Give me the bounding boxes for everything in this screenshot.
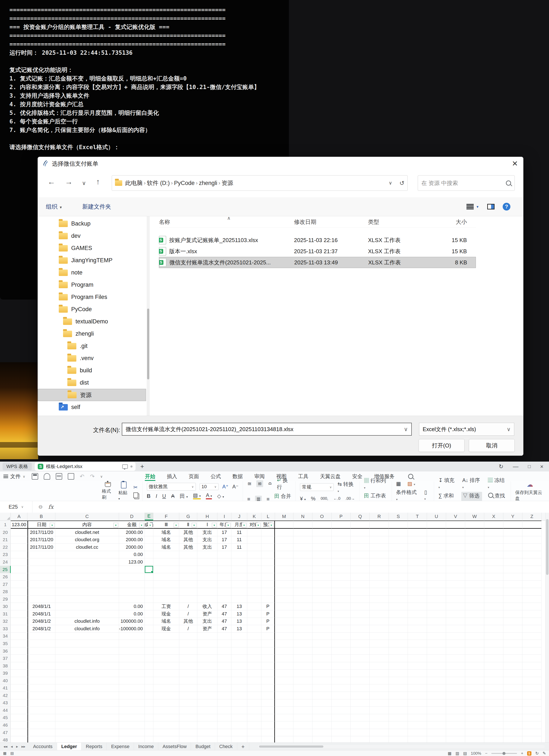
row-header-38[interactable]: 38 [0, 662, 11, 670]
cell-Z27[interactable] [522, 581, 541, 588]
cell-S20[interactable] [389, 529, 408, 536]
cell-E46[interactable] [145, 721, 153, 729]
filter-icon[interactable]: ▾ [50, 523, 55, 527]
close-window-icon[interactable]: × [540, 463, 543, 470]
cell-N45[interactable] [293, 714, 312, 722]
cell-M31[interactable] [275, 610, 293, 618]
cell-P32[interactable] [331, 618, 351, 625]
cell-B31[interactable]: 2048/1/1 [27, 610, 55, 618]
row-header-29[interactable]: 29 [0, 595, 11, 603]
cell-I23[interactable] [218, 551, 232, 559]
cell-N48[interactable] [293, 736, 312, 742]
cell-R1[interactable] [370, 521, 389, 529]
column-header-G[interactable]: G [179, 513, 197, 520]
cell-P34[interactable] [331, 633, 351, 640]
cell-R28[interactable] [370, 588, 389, 595]
cell-H37[interactable] [197, 655, 218, 662]
cell-M40[interactable] [275, 677, 293, 685]
cell-J42[interactable] [232, 692, 247, 699]
cell-D45[interactable] [119, 714, 145, 722]
cell-U28[interactable] [427, 588, 446, 595]
cell-E32[interactable] [145, 618, 153, 625]
cell-F32[interactable]: 域名 [153, 618, 179, 625]
cell-Z33[interactable] [522, 625, 541, 633]
cell-W28[interactable] [465, 588, 484, 595]
cell-J36[interactable] [232, 647, 247, 655]
file-list-column-header[interactable]: 大小 [429, 218, 470, 226]
cell-T36[interactable] [408, 647, 427, 655]
cell-K45[interactable] [247, 714, 262, 722]
cell-B33[interactable]: 2048/1/2 [27, 625, 55, 633]
cell-H23[interactable] [197, 551, 218, 559]
strikethrough-icon[interactable]: A [171, 493, 175, 499]
cell-C31[interactable] [55, 610, 119, 618]
zoom-out-icon[interactable]: − [485, 751, 487, 756]
cell-K43[interactable] [247, 699, 262, 707]
cell-H24[interactable] [197, 558, 218, 566]
cell-R37[interactable] [370, 655, 389, 662]
cell-M35[interactable] [275, 640, 293, 647]
cell-Z32[interactable] [522, 618, 541, 625]
cell-C48[interactable] [55, 736, 119, 742]
cut-icon[interactable]: ✂ [133, 484, 138, 490]
cell-J35[interactable] [232, 640, 247, 647]
cell-F20[interactable]: 域名 [153, 529, 179, 536]
cell-L27[interactable] [262, 581, 275, 588]
cell-A32[interactable] [11, 618, 27, 625]
cell-C27[interactable] [55, 581, 119, 588]
cell-A47[interactable] [11, 729, 27, 736]
row-header-21[interactable]: 21 [0, 536, 11, 544]
cell-B47[interactable] [27, 729, 55, 736]
comma-icon[interactable]: 000, [320, 496, 328, 501]
cell-R38[interactable] [370, 662, 389, 670]
cell-M46[interactable] [275, 721, 293, 729]
cell-M24[interactable] [275, 558, 293, 566]
cell-T41[interactable] [408, 684, 427, 692]
back-icon[interactable]: ← [48, 178, 55, 186]
menu-tab-数据[interactable]: 数据 [227, 471, 249, 481]
cell-K46[interactable] [247, 721, 262, 729]
page-break-icon[interactable]: ▤ [463, 751, 467, 756]
cell-B20[interactable]: 2017/11/20 [27, 529, 55, 536]
cell-S1[interactable] [389, 521, 408, 529]
cell-T23[interactable] [408, 551, 427, 559]
cell-F41[interactable] [153, 684, 179, 692]
sheet-tab-AssetsFlow[interactable]: AssetsFlow [158, 743, 191, 750]
cell-W42[interactable] [465, 692, 484, 699]
cell-H46[interactable] [197, 721, 218, 729]
cell-G26[interactable] [179, 573, 197, 581]
name-box[interactable]: E25∨ [0, 501, 32, 513]
cell-R44[interactable] [370, 707, 389, 714]
cell-S47[interactable] [389, 729, 408, 736]
cell-B44[interactable] [27, 707, 55, 714]
cell-M34[interactable] [275, 633, 293, 640]
cell-Z22[interactable] [522, 544, 541, 551]
cell-X42[interactable] [484, 692, 503, 699]
cell-E20[interactable] [145, 529, 153, 536]
sidebar-folder-item[interactable]: dev [38, 230, 146, 242]
cell-W47[interactable] [465, 729, 484, 736]
redo-icon[interactable]: ↷ [90, 473, 95, 480]
undo-icon[interactable]: ↶ [80, 473, 85, 480]
cell-Y30[interactable] [503, 603, 522, 610]
column-header-H[interactable]: H [197, 513, 218, 520]
cell-M29[interactable] [275, 595, 293, 603]
cell-A20[interactable] [11, 529, 27, 536]
cell-R27[interactable] [370, 581, 389, 588]
sync-icon[interactable]: ↻ [535, 751, 539, 756]
fx-icon[interactable]: fx [48, 504, 53, 510]
number-format-select[interactable]: 常规∨ [300, 483, 334, 491]
cell-B45[interactable] [27, 714, 55, 722]
align-bottom-icon[interactable]: ≏ [268, 481, 272, 487]
cell-W33[interactable] [465, 625, 484, 633]
cell-W48[interactable] [465, 736, 484, 742]
cell-K29[interactable] [247, 595, 262, 603]
cell-S36[interactable] [389, 647, 408, 655]
cell-U31[interactable] [427, 610, 446, 618]
zoom-slider[interactable] [491, 753, 517, 754]
cell-J26[interactable] [232, 573, 247, 581]
cell-Y32[interactable] [503, 618, 522, 625]
cell-K20[interactable] [247, 529, 262, 536]
cell-N21[interactable] [293, 536, 312, 544]
cell-Q38[interactable] [351, 662, 370, 670]
